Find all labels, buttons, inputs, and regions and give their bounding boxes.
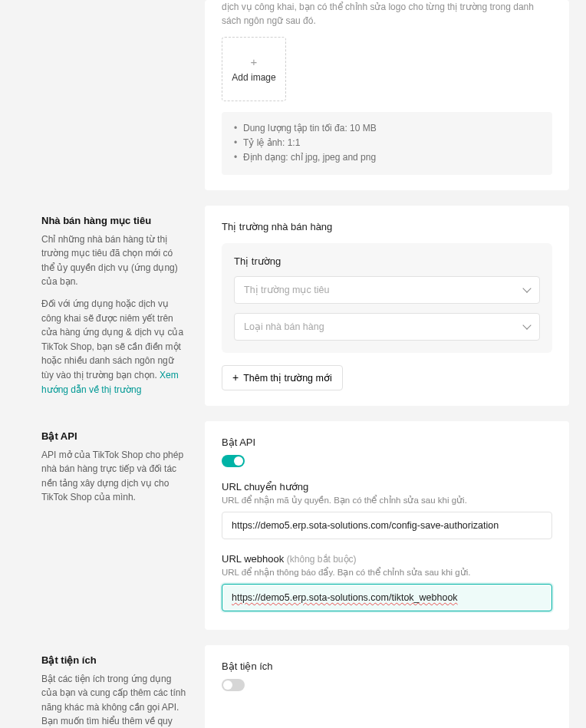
target-seller-desc2: Đối với ứng dụng hoặc dịch vụ công khai … [41, 297, 186, 397]
notice-item: Tỷ lệ ảnh: 1:1 [234, 136, 540, 150]
seller-market-title: Thị trường nhà bán hàng [222, 221, 552, 232]
target-seller-desc: Chỉ những nhà bán hàng từ thị trường mục… [41, 232, 186, 289]
redirect-url-hint: URL để nhận mã ủy quyền. Bạn có thể chỉn… [222, 495, 552, 506]
add-market-label: Thêm thị trường mới [243, 372, 332, 384]
widget-toggle[interactable] [222, 679, 245, 691]
upload-truncated-text: dịch vụ công khai, bạn có thể chỉnh sửa … [222, 0, 552, 28]
widget-desc: Bật các tiện ích trong ứng dụng của bạn … [41, 672, 186, 728]
chevron-down-icon [522, 284, 531, 292]
plus-icon: + [251, 56, 258, 68]
chevron-down-icon [522, 321, 531, 329]
redirect-url-input[interactable] [222, 512, 552, 539]
target-market-select[interactable]: Thị trường mục tiêu [234, 276, 540, 304]
api-toggle[interactable] [222, 455, 245, 467]
api-toggle-label: Bật API [222, 436, 552, 448]
market-label: Thị trường [234, 255, 540, 267]
market-block: Thị trường Thị trường mục tiêu Loại nhà … [222, 243, 552, 353]
add-image-button[interactable]: + Add image [222, 37, 286, 101]
seller-type-select[interactable]: Loại nhà bán hàng [234, 313, 540, 341]
api-desc: API mở của TikTok Shop cho phép nhà bán … [41, 448, 186, 505]
widget-title: Bật tiện ích [41, 654, 186, 666]
select-placeholder: Thị trường mục tiêu [244, 284, 329, 295]
redirect-url-label: URL chuyển hướng [222, 481, 552, 492]
webhook-url-label: URL webhook (không bắt buộc) [222, 553, 552, 565]
plus-icon: + [232, 372, 239, 383]
widget-toggle-label: Bật tiện ích [222, 660, 552, 672]
notice-item: Dung lượng tập tin tối đa: 10 MB [234, 121, 540, 136]
select-placeholder: Loại nhà bán hàng [244, 321, 324, 332]
webhook-url-hint: URL để nhận thông báo đẩy. Bạn có thể ch… [222, 567, 552, 578]
webhook-url-input[interactable]: https://demo5.erp.sota-solutions.com/tik… [222, 584, 552, 611]
add-image-label: Add image [232, 72, 275, 83]
add-market-button[interactable]: + Thêm thị trường mới [222, 365, 343, 390]
api-title: Bật API [41, 430, 186, 442]
target-seller-title: Nhà bán hàng mục tiêu [41, 215, 186, 226]
upload-notice: Dung lượng tập tin tối đa: 10 MB Tỷ lệ ả… [222, 112, 552, 175]
notice-item: Định dạng: chỉ jpg, jpeg and png [234, 150, 540, 165]
